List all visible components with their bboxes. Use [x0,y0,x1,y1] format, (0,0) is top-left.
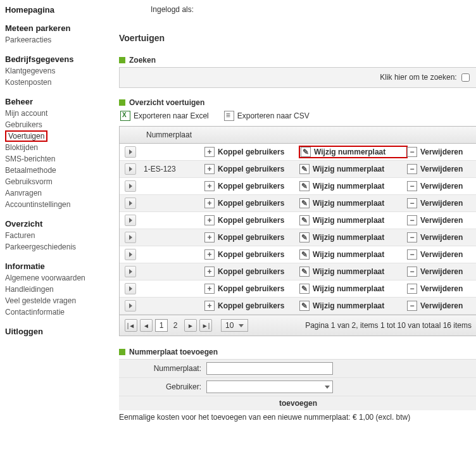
page-size-select[interactable]: 10 [221,319,248,332]
wijzig-nummerplaat-button-icon: ✎ [299,232,310,242]
wijzig-nummerplaat-button-icon: ✎ [299,249,310,260]
nav-item[interactable]: Voertuigen [5,130,47,142]
wijzig-nummerplaat-button[interactable]: ✎Wijzig nummerplaat [299,249,407,260]
verwijderen-button[interactable]: −Verwijderen [407,232,476,242]
nav-item[interactable]: Facturen [5,230,113,241]
add-submit-button[interactable]: toevoegen [119,396,476,410]
koppel-gebruikers-button[interactable]: +Koppel gebruikers [204,181,299,191]
nav-item[interactable]: Parkeergeschiedenis [5,241,113,253]
wijzig-nummerplaat-button[interactable]: ✎Wijzig nummerplaat [299,232,407,242]
nav-header[interactable]: Homepagina [5,5,113,15]
verwijderen-button[interactable]: −Verwijderen [407,215,476,225]
verwijderen-button-label: Verwijderen [420,301,463,310]
koppel-gebruikers-button[interactable]: +Koppel gebruikers [204,267,299,277]
nav-item[interactable]: Handleidingen [5,284,113,295]
expand-row-button[interactable] [125,163,136,175]
verwijderen-button-icon: − [407,301,417,311]
expand-row-button[interactable] [125,283,136,294]
verwijderen-button[interactable]: −Verwijderen [407,147,476,157]
koppel-gebruikers-button-label: Koppel gebruikers [218,148,284,156]
export-csv-button[interactable]: Exporteren naar CSV [224,111,310,121]
add-title: Nummerplaat toevoegen [129,348,218,356]
expand-row-button[interactable] [125,249,136,260]
koppel-gebruikers-button[interactable]: +Koppel gebruikers [204,249,299,260]
nav-item[interactable]: SMS-berichten [5,153,113,165]
expand-row-button[interactable] [125,232,136,243]
koppel-gebruikers-button[interactable]: +Koppel gebruikers [204,147,299,157]
nav-item[interactable]: Contactinformatie [5,306,113,318]
pager-page-button[interactable]: 1 [155,319,168,332]
nav-header[interactable]: Informatie [5,261,113,271]
verwijderen-button[interactable]: −Verwijderen [407,284,476,294]
pager-last-button[interactable]: ►| [199,319,212,332]
koppel-gebruikers-button[interactable]: +Koppel gebruikers [204,164,299,174]
col-plate-header[interactable]: Nummerplaat [144,130,474,139]
nav-item[interactable]: Veel gestelde vragen [5,295,113,306]
koppel-gebruikers-button[interactable]: +Koppel gebruikers [204,301,299,311]
nav-item[interactable]: Gebruikers [5,119,113,130]
search-toggle-checkbox[interactable] [461,73,470,82]
verwijderen-button-icon: − [407,164,417,174]
pager-prev-button[interactable]: ◄ [140,319,153,332]
verwijderen-button[interactable]: −Verwijderen [407,198,476,208]
wijzig-nummerplaat-button[interactable]: ✎Wijzig nummerplaat [299,284,407,294]
nav-item[interactable]: Kostenposten [5,77,113,88]
pager-first-button[interactable]: |◄ [125,319,137,332]
pager-page-button[interactable]: 2 [169,319,182,332]
verwijderen-button[interactable]: −Verwijderen [407,249,476,260]
bullet-icon [119,349,125,355]
wijzig-nummerplaat-button-label: Wijzig nummerplaat [313,233,384,242]
plate-input[interactable] [206,362,333,375]
wijzig-nummerplaat-button[interactable]: ✎Wijzig nummerplaat [299,267,407,277]
nav-header[interactable]: Overzicht [5,219,113,229]
wijzig-nummerplaat-button[interactable]: ✎Wijzig nummerplaat [299,181,407,191]
verwijderen-button-label: Verwijderen [420,284,463,293]
koppel-gebruikers-button-icon: + [204,181,215,191]
table-row: 1-ES-123+Koppel gebruikers✎Wijzig nummer… [120,161,476,178]
nav-header[interactable]: Bedrijfsgegevens [5,54,113,64]
verwijderen-button[interactable]: −Verwijderen [407,181,476,191]
nav-item[interactable]: Bloktijden [5,142,113,153]
nav-item[interactable]: Algemene voorwaarden [5,272,113,284]
table-row: +Koppel gebruikers✎Wijzig nummerplaat−Ve… [120,195,476,212]
koppel-gebruikers-button-icon: + [204,249,215,260]
nav-item[interactable]: Aanvragen [5,187,113,199]
nav-item[interactable]: Mijn account [5,108,113,119]
nav-item[interactable]: Parkeeracties [5,34,113,46]
export-excel-button[interactable]: Exporteren naar Excel [120,111,209,121]
wijzig-nummerplaat-button[interactable]: ✎Wijzig nummerplaat [299,146,407,158]
nav-item[interactable]: Klantgegevens [5,65,113,77]
chevron-right-icon [129,269,132,274]
nav-header[interactable]: Beheer [5,97,113,106]
wijzig-nummerplaat-button-label: Wijzig nummerplaat [313,284,384,293]
wijzig-nummerplaat-button[interactable]: ✎Wijzig nummerplaat [299,215,407,225]
koppel-gebruikers-button[interactable]: +Koppel gebruikers [204,232,299,242]
user-select[interactable] [206,380,333,393]
wijzig-nummerplaat-button-label: Wijzig nummerplaat [313,267,384,276]
wijzig-nummerplaat-button[interactable]: ✎Wijzig nummerplaat [299,198,407,208]
verwijderen-button[interactable]: −Verwijderen [407,267,476,277]
expand-row-button[interactable] [125,266,136,277]
nav-header[interactable]: Uitloggen [5,327,113,336]
koppel-gebruikers-button[interactable]: +Koppel gebruikers [204,284,299,294]
wijzig-nummerplaat-button[interactable]: ✎Wijzig nummerplaat [299,301,407,311]
verwijderen-button-icon: − [407,215,417,225]
nav-header[interactable]: Meteen parkeren [5,23,113,33]
nav-item[interactable]: Accountinstellingen [5,199,113,210]
expand-row-button[interactable] [125,198,136,209]
verwijderen-button[interactable]: −Verwijderen [407,164,476,174]
koppel-gebruikers-button[interactable]: +Koppel gebruikers [204,215,299,225]
wijzig-nummerplaat-button-label: Wijzig nummerplaat [313,250,384,259]
chevron-down-icon [325,386,330,389]
expand-row-button[interactable] [125,215,136,226]
pager-next-button[interactable]: ► [184,319,197,332]
expand-row-button[interactable] [125,180,136,192]
wijzig-nummerplaat-button[interactable]: ✎Wijzig nummerplaat [299,164,407,174]
nav-item[interactable]: Gebruiksvorm [5,176,113,187]
nav-item[interactable]: Betaalmethode [5,165,113,176]
verwijderen-button[interactable]: −Verwijderen [407,301,476,311]
koppel-gebruikers-button[interactable]: +Koppel gebruikers [204,198,299,208]
expand-row-button[interactable] [125,300,136,311]
search-box[interactable]: Klik hier om te zoeken: [119,67,476,88]
expand-row-button[interactable] [125,146,136,158]
